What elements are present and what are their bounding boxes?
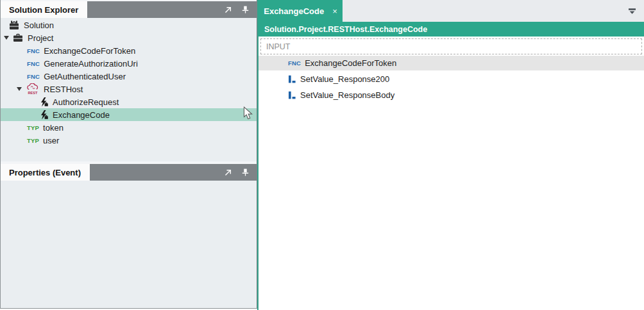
fnc-badge: FNC <box>27 73 40 80</box>
fnc-badge: FNC <box>27 47 40 54</box>
tree-item-label: RESTHost <box>44 85 83 94</box>
pin-icon[interactable] <box>241 168 250 177</box>
tree-item-label: Project <box>28 33 53 43</box>
svg-text:REST: REST <box>28 91 38 95</box>
flow-node-label: SetValue_ResponseBody <box>300 90 394 100</box>
solution-explorer-title: Solution Explorer <box>1 1 87 18</box>
typ-badge: TYP <box>27 124 39 131</box>
event-bolt-icon <box>39 97 49 107</box>
input-node[interactable]: INPUT <box>260 38 642 54</box>
tree-item-label: ExchangeCodeForToken <box>44 46 135 56</box>
tree-item-token[interactable]: TYP token <box>1 121 257 134</box>
tree-item-generateauthorizationuri[interactable]: FNC GenerateAuthorizationUri <box>1 57 257 70</box>
properties-body <box>1 181 257 308</box>
tree-item-label: GenerateAuthorizationUri <box>44 59 138 69</box>
tree-item-label: user <box>43 136 59 145</box>
tab-exchangecode[interactable]: ExchangeCode × <box>258 0 343 22</box>
undock-arrow-icon[interactable] <box>224 168 232 177</box>
flow-canvas: INPUT FNC ExchangeCodeForToken SetValue_… <box>258 37 644 310</box>
flow-node-label: ExchangeCodeForToken <box>305 58 396 68</box>
properties-header: Properties (Event) <box>1 164 257 181</box>
tree-item-project[interactable]: Project <box>1 31 257 44</box>
tree-item-label: token <box>43 123 64 133</box>
document-tab-strip: ExchangeCode × <box>258 0 644 22</box>
solution-icon <box>9 20 20 30</box>
tree-item-resthost[interactable]: REST RESTHost <box>1 83 257 95</box>
setvalue-icon <box>288 75 296 84</box>
fnc-badge: FNC <box>288 60 301 67</box>
tree-item-label: ExchangeCode <box>53 110 110 120</box>
fnc-badge: FNC <box>27 60 40 67</box>
tree-item-exchangecode[interactable]: ExchangeCode <box>1 108 257 121</box>
breadcrumb: Solution.Project.RESTHost.ExchangeCode <box>258 22 644 37</box>
tree-item-solution[interactable]: Solution <box>1 19 257 31</box>
window-list-icon[interactable] <box>628 7 636 15</box>
tree-item-label: Solution <box>24 20 54 30</box>
tree-item-label: AuthorizeRequest <box>53 97 119 107</box>
undock-arrow-icon[interactable] <box>224 6 232 14</box>
solution-explorer-header: Solution Explorer <box>1 1 257 18</box>
chevron-down-icon[interactable] <box>4 36 9 40</box>
tree-item-getauthenticateduser[interactable]: FNC GetAuthenticatedUser <box>1 70 257 83</box>
flow-node-setvalue-response200[interactable]: SetValue_Response200 <box>258 72 644 86</box>
tree-item-user[interactable]: TYP user <box>1 134 257 147</box>
typ-badge: TYP <box>27 137 39 144</box>
chevron-down-icon[interactable] <box>17 87 22 91</box>
flow-node-label: SetValue_Response200 <box>300 74 389 84</box>
pin-icon[interactable] <box>241 6 250 14</box>
tab-label: ExchangeCode <box>264 6 324 16</box>
input-node-label: INPUT <box>266 42 291 51</box>
flow-node-list: FNC ExchangeCodeForToken SetValue_Respon… <box>258 56 644 104</box>
flow-node-setvalue-responsebody[interactable]: SetValue_ResponseBody <box>258 88 644 102</box>
tree-item-exchangecodefortoken[interactable]: FNC ExchangeCodeForToken <box>1 44 257 57</box>
flow-node-exchangecodefortoken[interactable]: FNC ExchangeCodeForToken <box>258 56 644 70</box>
solution-tree: Solution Project FNC ExchangeCodeForToke… <box>1 18 257 161</box>
properties-title: Properties (Event) <box>1 164 90 181</box>
setvalue-icon <box>288 91 296 100</box>
tree-item-authorizerequest[interactable]: AuthorizeRequest <box>1 95 257 108</box>
close-icon[interactable]: × <box>332 7 337 15</box>
rest-cloud-icon: REST <box>26 83 40 95</box>
event-bolt-icon <box>39 110 49 120</box>
project-icon <box>13 33 24 42</box>
tree-item-label: GetAuthenticatedUser <box>44 72 126 81</box>
document-area: ExchangeCode × Solution.Project.RESTHost… <box>257 0 644 310</box>
left-dock-column: Solution Explorer <box>0 0 257 309</box>
